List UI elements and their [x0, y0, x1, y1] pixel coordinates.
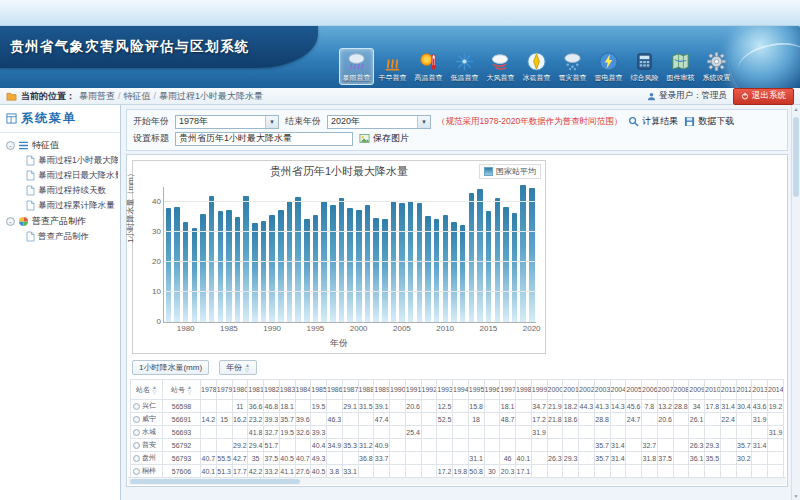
- chart-title-input[interactable]: 贵州省历年1小时最大降水量: [175, 132, 353, 146]
- save-image-button[interactable]: 保存图片: [359, 132, 409, 145]
- bar-1983[interactable]: [209, 196, 215, 322]
- toolbar-item-图件审核[interactable]: 图件审核: [663, 48, 698, 85]
- x-tick-label: 2015: [480, 324, 498, 333]
- toolbar-item-雷电普查[interactable]: 雷电普查: [591, 48, 626, 85]
- toolbar-item-雪灾普查[interactable]: 雪灾普查: [555, 48, 590, 85]
- breadcrumb-item[interactable]: 特征值: [124, 91, 151, 101]
- bar-1985[interactable]: [226, 210, 232, 322]
- bar-2015[interactable]: [486, 211, 492, 322]
- bar-2017[interactable]: [503, 207, 509, 323]
- field-chip-年份[interactable]: 年份▲▽: [219, 360, 257, 375]
- toolbar-item-暴雨普查[interactable]: 暴雨普查: [339, 48, 374, 85]
- value-cell: 29.3: [563, 452, 579, 465]
- bar-2009[interactable]: [434, 219, 440, 322]
- column-header-year: 1983: [279, 380, 295, 400]
- station-radio-button[interactable]: [133, 468, 140, 475]
- horizontal-scrollbar[interactable]: [128, 477, 786, 485]
- sidebar-group-特征值[interactable]: -特征值: [6, 137, 118, 153]
- bar-2003[interactable]: [382, 219, 388, 322]
- toolbar-item-大风普查[interactable]: 大风普查: [483, 48, 518, 85]
- sort-arrows-icon[interactable]: ▲▽: [245, 363, 250, 372]
- station-radio-button[interactable]: [133, 442, 140, 449]
- tree-toggle-icon[interactable]: -: [6, 141, 15, 150]
- station-radio-button[interactable]: [133, 455, 140, 462]
- toolbar-item-干旱普查[interactable]: 干旱普查: [375, 48, 410, 85]
- sidebar-group-普查产品制作[interactable]: -普查产品制作: [6, 213, 118, 229]
- bar-1987[interactable]: [243, 196, 249, 322]
- tree-toggle-icon[interactable]: -: [6, 217, 15, 226]
- sidebar-item-暴雨过程1小时最大降水量[interactable]: 暴雨过程1小时最大降水量: [6, 153, 118, 168]
- calculate-button[interactable]: 计算结果: [628, 115, 678, 128]
- logout-button[interactable]: 退出系统: [733, 88, 794, 105]
- bar-2020[interactable]: [529, 188, 535, 322]
- results-panel: 贵州省历年1小时最大降水量 国家站平均 01020304019801985199…: [126, 154, 788, 487]
- bar-slot: [476, 187, 485, 322]
- sort-arrows-icon[interactable]: ▲▽: [187, 385, 192, 394]
- end-year-select[interactable]: 2020年 ▼: [327, 115, 431, 129]
- toolbar-item-高温普查[interactable]: 高温普查: [411, 48, 446, 85]
- vertical-scrollbar[interactable]: ▲ ▼: [791, 105, 800, 500]
- bar-1994[interactable]: [304, 219, 310, 322]
- column-header-station-name[interactable]: 站名▲▽: [131, 380, 163, 400]
- bar-1988[interactable]: [252, 223, 258, 322]
- toolbar-item-综合风险[interactable]: 综合风险: [627, 48, 662, 85]
- bar-2013[interactable]: [469, 193, 475, 322]
- start-year-select[interactable]: 1978年 ▼: [175, 115, 279, 129]
- value-cell: [720, 465, 736, 478]
- value-cell: 29.1: [342, 400, 358, 413]
- bar-2002[interactable]: [373, 218, 379, 322]
- bar-1999[interactable]: [347, 208, 353, 322]
- scroll-up-icon[interactable]: ▲: [792, 106, 800, 112]
- sidebar-item-普查产品制作[interactable]: 普查产品制作: [6, 229, 118, 244]
- download-button[interactable]: 数据下载: [684, 115, 734, 128]
- bar-2018[interactable]: [512, 213, 518, 323]
- bar-1979[interactable]: [174, 207, 180, 323]
- bar-1980[interactable]: [183, 222, 189, 322]
- bar-2012[interactable]: [460, 225, 466, 322]
- column-header-year: 1991: [405, 380, 421, 400]
- station-radio-button[interactable]: [133, 403, 140, 410]
- bar-1997[interactable]: [330, 205, 336, 322]
- bar-slot: [320, 187, 329, 322]
- breadcrumb-item[interactable]: 暴雨普查: [79, 91, 115, 101]
- bar-1978[interactable]: [166, 208, 172, 322]
- h-scrollbar-thumb[interactable]: [130, 479, 300, 484]
- sidebar-item-暴雨过程日最大降水量[interactable]: 暴雨过程日最大降水量: [6, 168, 118, 183]
- bar-2008[interactable]: [425, 216, 431, 322]
- toolbar-item-低温普查[interactable]: 低温普查: [447, 48, 482, 85]
- column-header-station-id[interactable]: 站号▲▽: [163, 380, 201, 400]
- bar-2019[interactable]: [520, 185, 526, 322]
- bar-1991[interactable]: [278, 210, 284, 323]
- value-cell: [437, 426, 453, 439]
- bar-2000[interactable]: [356, 210, 362, 323]
- bar-2014[interactable]: [477, 189, 483, 322]
- sort-arrows-icon[interactable]: ▲▽: [152, 385, 157, 394]
- toolbar-item-冰雹普查[interactable]: 冰雹普查: [519, 48, 554, 85]
- v-scrollbar-thumb[interactable]: [793, 117, 799, 197]
- bar-2001[interactable]: [365, 205, 371, 322]
- toolbar-item-label: 图件审核: [667, 73, 695, 83]
- bar-1993[interactable]: [295, 197, 301, 322]
- column-header-year: 1987: [342, 380, 358, 400]
- bar-1986[interactable]: [235, 217, 241, 322]
- bar-1989[interactable]: [261, 221, 267, 322]
- column-header-year: 1996: [484, 380, 500, 400]
- station-radio-button[interactable]: [133, 416, 140, 423]
- bar-2016[interactable]: [495, 198, 501, 323]
- bar-2011[interactable]: [451, 222, 457, 322]
- value-cell: 35.7: [594, 452, 610, 465]
- bar-1984[interactable]: [218, 211, 224, 322]
- bar-2007[interactable]: [417, 203, 423, 322]
- bar-1981[interactable]: [192, 228, 198, 322]
- bar-2005[interactable]: [399, 203, 405, 322]
- table-row: 普安5679229.229.451.740.434.935.331.240.93…: [131, 439, 784, 452]
- sidebar-item-暴雨过程持续天数[interactable]: 暴雨过程持续天数: [6, 183, 118, 198]
- value-cell: 55.5: [216, 452, 232, 465]
- scroll-down-icon[interactable]: ▼: [792, 493, 800, 499]
- sidebar-item-暴雨过程累计降水量[interactable]: 暴雨过程累计降水量: [6, 198, 118, 213]
- breadcrumb-item[interactable]: 暴雨过程1小时最大降水量: [159, 91, 263, 101]
- field-chip-1小时降水量(mm)[interactable]: 1小时降水量(mm): [132, 360, 209, 375]
- station-name: 普安: [142, 440, 156, 450]
- station-radio-button[interactable]: [133, 429, 140, 436]
- toolbar-item-系统设置[interactable]: 系统设置: [699, 48, 734, 85]
